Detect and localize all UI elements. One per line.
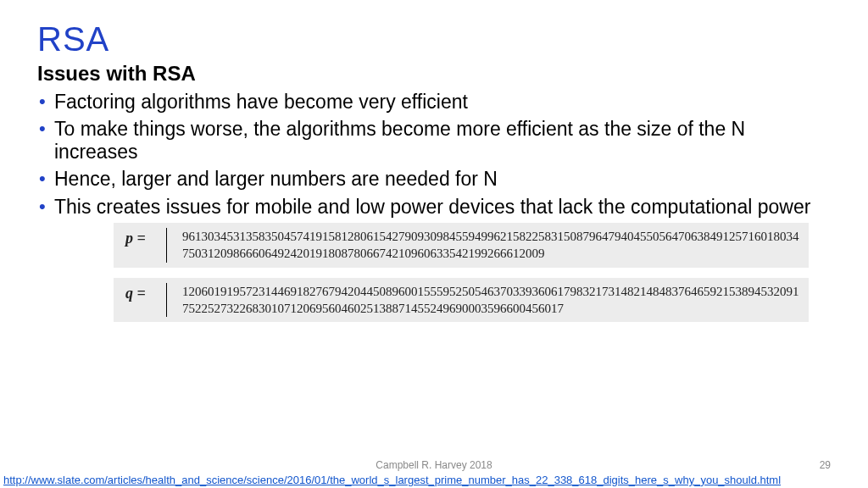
bullet-item: Hence, larger and larger numbers are nee… — [37, 168, 831, 190]
separator — [166, 228, 167, 263]
separator — [166, 283, 167, 318]
page-number: 29 — [820, 459, 831, 471]
source-link[interactable]: http://www.slate.com/articles/health_and… — [3, 474, 865, 486]
p-box: p = 961303453135835045741915812806154279… — [114, 223, 809, 268]
bullet-list: Factoring algorithms have become very ef… — [37, 91, 831, 218]
bullet-item: To make things worse, the algorithms bec… — [37, 118, 831, 163]
q-value: 1206019195723144691827679420445089600155… — [182, 283, 800, 318]
q-box: q = 120601919572314469182767942044508960… — [114, 278, 809, 323]
bullet-item: This creates issues for mobile and low p… — [37, 196, 831, 218]
footer-credit: Campbell R. Harvey 2018 — [0, 459, 868, 471]
slide-title: RSA — [37, 20, 831, 58]
bullet-item: Factoring algorithms have become very ef… — [37, 91, 831, 113]
q-label: q = — [125, 283, 166, 318]
slide-subtitle: Issues with RSA — [37, 62, 831, 86]
slide: RSA Issues with RSA Factoring algorithms… — [0, 0, 868, 488]
p-value: 9613034531358350457419158128061542790930… — [182, 228, 800, 263]
p-label: p = — [125, 228, 166, 263]
